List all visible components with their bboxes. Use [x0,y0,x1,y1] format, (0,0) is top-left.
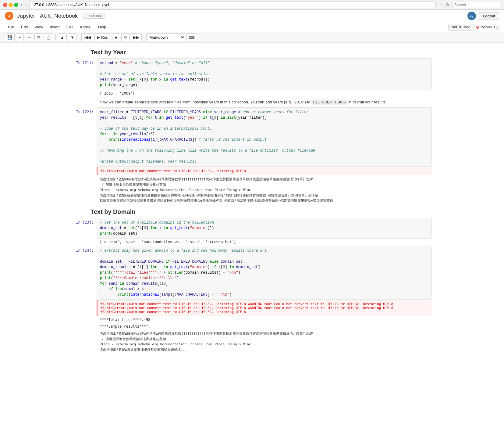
cut-button[interactable]: ✂ [25,33,33,41]
menu-help[interactable]: Help [95,23,109,31]
cell-prompt-24: In [24]: [69,246,97,354]
cell-output-chinese-22: 慎虑浩慷汩*敦貓ш觸掬汚北睥w匡潰塊w莳環枋懣灌歡環††††††††††††吠杯… [97,175,432,205]
browser-search-input[interactable] [452,2,501,8]
cell-body-23: # Get the set of available domains in th… [97,218,435,245]
browser-menu-icon[interactable]: ⋯ [438,2,443,8]
menu-bar: File Edit View Insert Cell Kernel Help N… [0,22,504,32]
svg-text:Py: Py [470,15,473,18]
toolbar-separator-2 [79,34,79,40]
header-right: Py Logout [467,12,499,20]
cell-input-24[interactable]: # extract only the given domain to a fil… [97,246,432,300]
cell-output-sample-24: ****Sample results****: [97,323,432,330]
copy-button[interactable]: ⧉ [34,33,42,41]
cell-output-chinese-24: 慎虑浩慷汩*敦貓ш觸掬汚北睥w匡潰塊w莳環枋懣灌歡環††††††††††††吠杯… [97,330,432,354]
menu-edit[interactable]: Edit [18,23,31,31]
cell-type-select[interactable]: Markdown Code Raw NBConvert Heading [146,33,185,41]
browser-chrome: ‹ › ⋯ ☆ [0,0,504,10]
cell-prompt-md-year [69,97,97,107]
jupyter-logo: J [5,12,13,20]
url-bar[interactable] [29,2,436,8]
browser-star-icon[interactable]: ☆ [445,2,450,8]
paste-button[interactable]: 📋 [44,33,53,41]
python-logo: Py [467,12,476,20]
kernel-status-circle [496,26,499,29]
menu-view[interactable]: View [31,23,46,31]
jupyter-brand-label: Jupyter [17,13,35,19]
cell-output-21: {'2016', '2009'} [97,90,432,97]
jupyter-header: J Jupyter AUK_Notebook (read only) Py Lo… [0,10,504,22]
cell-markdown-year: Now we can create separate lists with te… [69,97,435,107]
menu-bar-right: Not Trusted ⊘ Python 3 [448,24,499,31]
section-heading-year: Text by Year [69,46,435,58]
cell-output-warning-24a: WARNING:root:Could not convert text to U… [97,300,432,316]
logout-button[interactable]: Logout [479,12,499,20]
cell-prompt-21: In [21]: [69,58,97,97]
notebook-area[interactable]: Text by Year In [21]: method = "year" # … [0,43,504,357]
keyboard-icon-button[interactable]: ⌨ [186,33,197,41]
cell-in22: In [22]: year_filter = FILTERED_YEARS if… [69,107,435,205]
section-heading-domain: Text by Domain [69,205,435,217]
menu-file[interactable]: File [5,23,17,31]
svg-text:J: J [8,14,10,18]
run-to-top-button[interactable]: |◀◀ [81,33,93,41]
cell-prompt-22: In [22]: [69,107,97,205]
browser-close[interactable] [3,3,7,7]
cell-body-24: # extract only the given domain to a fil… [97,246,435,354]
cell-in21: In [21]: method = "year" # choose "year"… [69,58,435,97]
kernel-name-label: Python 3 [481,25,495,29]
stop-icon: ⊘ [476,25,479,30]
move-down-button[interactable]: ▼ [68,33,77,41]
run-all-button[interactable]: ▶▶ [131,33,142,41]
cell-body-22: year_filter = FILTERED_YEARS if FILTERED… [97,107,435,205]
readonly-badge: (read only) [83,13,105,19]
cell-input-23[interactable]: # Get the set of available domains in th… [97,218,432,239]
notebook-title[interactable]: AUK_Notebook [40,13,78,19]
toolbar: 💾 + ✂ ⧉ 📋 ▲ ▼ |◀◀ ▶ Run ■ ↺ ▶▶ Markdown … [0,32,504,43]
markdown-text-year: Now we can create separate lists with te… [97,97,432,107]
browser-forward-icon[interactable]: › [25,2,27,8]
run-button[interactable]: ▶ Run [94,33,111,41]
menu-cell[interactable]: Cell [63,23,76,31]
save-button[interactable]: 💾 [5,33,15,41]
cell-prompt-23: In [23]: [69,218,97,245]
cell-body-md-year: Now we can create separate lists with te… [97,97,435,107]
restart-button[interactable]: ↺ [121,33,130,41]
notebook-content: Text by Year In [21]: method = "year" # … [69,43,435,357]
stop-kernel-button[interactable]: ■ [112,33,120,41]
cell-in23: In [23]: # Get the set of available doma… [69,218,435,245]
cell-input-21[interactable]: method = "year" # choose "year", "domain… [97,58,432,90]
browser-controls [3,3,18,7]
toolbar-separator-3 [144,34,144,40]
cell-output-warning-22: WARNING:root:Could not convert text to U… [97,167,432,175]
browser-search-area [452,2,501,8]
move-up-button[interactable]: ▲ [58,33,67,41]
cell-output-total-24: ****Total files****:498 [97,316,432,323]
not-trusted-button[interactable]: Not Trusted [448,24,474,31]
kernel-info: ⊘ Python 3 [476,25,499,30]
toolbar-separator-1 [55,34,56,40]
cell-in24: In [24]: # extract only the given domain… [69,246,435,354]
browser-maximize[interactable] [14,3,18,7]
cell-input-22[interactable]: year_filter = FILTERED_YEARS if FILTERED… [97,107,432,167]
browser-minimize[interactable] [9,3,13,7]
add-cell-button[interactable]: + [16,33,24,41]
browser-back-icon[interactable]: ‹ [21,2,23,8]
menu-kernel[interactable]: Kernel [77,23,94,31]
cell-body-21: method = "year" # choose "year", "domain… [97,58,435,97]
cell-output-23: {'schema', 'save', 'nanaimodailynews', '… [97,239,432,245]
menu-insert[interactable]: Insert [47,23,63,31]
